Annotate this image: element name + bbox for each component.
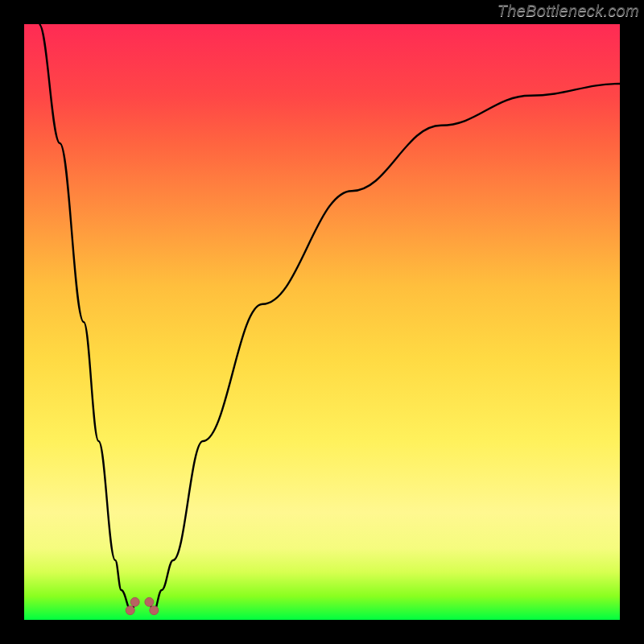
- floor-dot: [150, 606, 159, 615]
- outer-frame: TheBottleneck.com: [0, 0, 644, 644]
- floor-dots-group: [126, 597, 159, 614]
- floor-dot: [145, 597, 154, 606]
- floor-dot: [130, 597, 139, 606]
- curve-right-branch: [149, 84, 620, 613]
- floor-dot: [126, 606, 134, 615]
- curve-left-branch: [39, 24, 135, 613]
- chart-svg: [24, 24, 620, 620]
- watermark-label: TheBottleneck.com: [497, 2, 639, 20]
